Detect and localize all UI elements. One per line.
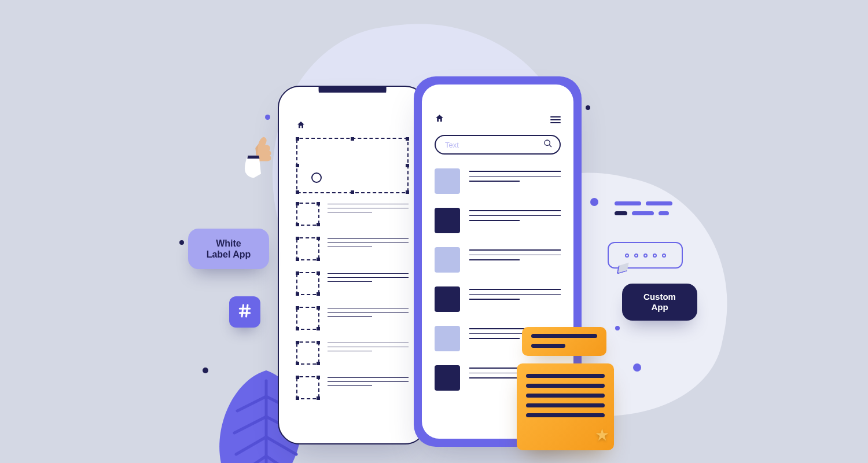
white-label-chip: White Label App [188, 229, 269, 269]
list-thumb [435, 326, 460, 351]
wireframe-row [296, 376, 409, 399]
custom-app-chip: Custom App [622, 284, 697, 321]
decor-dot [179, 240, 184, 245]
search-placeholder: Text [445, 141, 459, 149]
home-icon[interactable] [435, 113, 444, 126]
list-thumb [435, 365, 460, 391]
list-thumb [435, 168, 460, 194]
text-bars-decoration [615, 201, 672, 215]
home-icon [296, 120, 306, 130]
wireframe-row [296, 203, 409, 226]
search-icon [543, 139, 553, 150]
thumbs-up-icon [241, 134, 281, 180]
list-text [469, 208, 561, 225]
decor-dot [203, 368, 208, 373]
list-item[interactable] [435, 208, 561, 233]
chip-label: White Label App [207, 238, 251, 260]
list-item[interactable] [435, 286, 561, 312]
illustration-stage: Text [0, 0, 868, 463]
decor-dot [265, 115, 270, 120]
phone-white-label [278, 86, 427, 444]
floating-card-small [522, 327, 606, 356]
wireframe-row [296, 237, 409, 260]
search-input[interactable]: Text [435, 135, 561, 155]
list-text [469, 286, 561, 304]
list-item[interactable] [435, 247, 561, 273]
wireframe-row [296, 341, 409, 365]
hash-icon [236, 302, 253, 322]
star-icon: ★ [595, 425, 609, 444]
list-text [469, 247, 561, 264]
decor-dot [586, 105, 590, 110]
list-item[interactable] [435, 168, 561, 194]
speech-bubble-decoration [608, 242, 683, 269]
decor-dot [590, 198, 598, 206]
phone-screen [285, 93, 420, 438]
wireframe-row [296, 272, 409, 295]
list-thumb [435, 247, 460, 273]
decor-dot [615, 326, 620, 330]
wireframe-hero [296, 138, 409, 193]
list-text [469, 168, 561, 186]
floating-card-big: ★ [517, 363, 614, 450]
hash-chip [229, 296, 260, 328]
chip-label: Custom App [643, 292, 676, 313]
decor-dot [633, 363, 641, 372]
wireframe-row [296, 307, 409, 330]
hamburger-icon[interactable] [550, 116, 561, 123]
svg-point-0 [545, 140, 550, 145]
list-thumb [435, 286, 460, 312]
list-thumb [435, 208, 460, 233]
